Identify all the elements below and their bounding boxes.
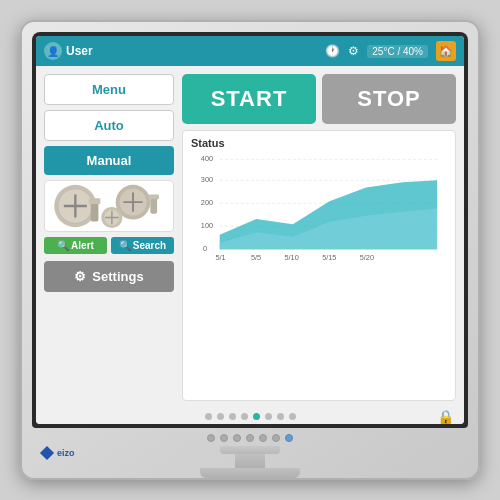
home-button[interactable]: 🏠 — [436, 41, 456, 61]
menu-button[interactable]: Menu — [44, 74, 174, 105]
stop-button[interactable]: STOP — [322, 74, 456, 124]
dot-8[interactable] — [289, 413, 296, 420]
eizo-text: eizo — [57, 448, 75, 458]
alert-icon: 🔍 — [57, 240, 69, 251]
bottom-bar: 🔒 — [36, 409, 464, 424]
dot-6[interactable] — [265, 413, 272, 420]
settings-button[interactable]: ⚙ Settings — [44, 261, 174, 292]
control-btn-6[interactable] — [272, 434, 280, 442]
stand-base — [200, 468, 300, 478]
screen-bezel: 👤 User 🕐 ⚙ 25°C / 40% 🏠 Menu Auto Manual — [32, 32, 468, 428]
settings-label: Settings — [92, 269, 143, 284]
user-icon: 👤 — [44, 42, 62, 60]
temperature-display: 25°C / 40% — [367, 45, 428, 58]
right-panel: START STOP Status 400 300 200 100 — [182, 74, 456, 401]
monitor-bottom — [32, 428, 468, 478]
control-btn-5[interactable] — [259, 434, 267, 442]
clock-icon: 🕐 — [325, 44, 340, 58]
status-title: Status — [191, 137, 447, 149]
eizo-diamond-icon — [40, 446, 54, 460]
alert-button[interactable]: 🔍 Alert — [44, 237, 107, 254]
control-btn-2[interactable] — [220, 434, 228, 442]
auto-button[interactable]: Auto — [44, 110, 174, 141]
monitor-controls — [207, 434, 293, 442]
lock-icon[interactable]: 🔒 — [437, 409, 454, 425]
action-buttons: START STOP — [182, 74, 456, 124]
stand-neck — [235, 454, 265, 468]
chart-container: 400 300 200 100 0 — [191, 151, 447, 266]
svg-text:5/10: 5/10 — [285, 253, 299, 262]
search-icon: 🔍 — [119, 240, 131, 251]
dot-2[interactable] — [217, 413, 224, 420]
start-button[interactable]: START — [182, 74, 316, 124]
control-btn-1[interactable] — [207, 434, 215, 442]
svg-rect-6 — [89, 198, 101, 204]
svg-text:5/1: 5/1 — [216, 253, 226, 262]
svg-text:5/5: 5/5 — [251, 253, 261, 262]
gear-icon: ⚙ — [74, 269, 86, 284]
page-dots — [205, 413, 296, 420]
left-panel: Menu Auto Manual — [44, 74, 174, 401]
svg-text:300: 300 — [201, 175, 213, 184]
dot-5-active[interactable] — [253, 413, 260, 420]
main-content: Menu Auto Manual — [36, 66, 464, 409]
status-chart: 400 300 200 100 0 — [191, 151, 447, 266]
search-button[interactable]: 🔍 Search — [111, 237, 174, 254]
filter-icon: ⚙ — [348, 44, 359, 58]
user-section: 👤 User — [44, 42, 319, 60]
manual-button[interactable]: Manual — [44, 146, 174, 175]
svg-text:0: 0 — [203, 244, 207, 253]
dot-3[interactable] — [229, 413, 236, 420]
screen: 👤 User 🕐 ⚙ 25°C / 40% 🏠 Menu Auto Manual — [36, 36, 464, 424]
stand-top — [220, 446, 280, 454]
alert-search-row: 🔍 Alert 🔍 Search — [44, 237, 174, 254]
search-label: Search — [133, 240, 166, 251]
product-image — [44, 180, 174, 232]
eizo-logo: eizo — [42, 448, 75, 458]
dot-4[interactable] — [241, 413, 248, 420]
svg-rect-12 — [148, 194, 159, 199]
control-btn-4[interactable] — [246, 434, 254, 442]
svg-text:5/20: 5/20 — [360, 253, 374, 262]
svg-text:400: 400 — [201, 154, 213, 163]
power-button[interactable] — [285, 434, 293, 442]
svg-text:100: 100 — [201, 221, 213, 230]
status-area: Status 400 300 200 100 0 — [182, 130, 456, 401]
top-bar-right: 🕐 ⚙ 25°C / 40% 🏠 — [325, 41, 456, 61]
svg-text:5/15: 5/15 — [322, 253, 336, 262]
dot-7[interactable] — [277, 413, 284, 420]
user-label: User — [66, 44, 93, 58]
alert-label: Alert — [71, 240, 94, 251]
top-bar: 👤 User 🕐 ⚙ 25°C / 40% 🏠 — [36, 36, 464, 66]
monitor: 👤 User 🕐 ⚙ 25°C / 40% 🏠 Menu Auto Manual — [20, 20, 480, 480]
dot-1[interactable] — [205, 413, 212, 420]
control-btn-3[interactable] — [233, 434, 241, 442]
svg-text:200: 200 — [201, 198, 213, 207]
